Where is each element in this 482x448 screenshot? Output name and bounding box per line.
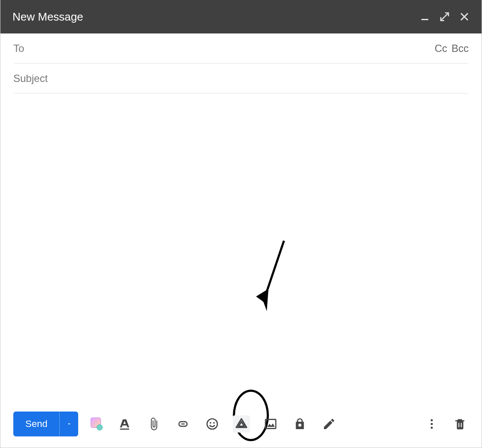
window-controls	[420, 12, 470, 22]
compose-message-window: New Message To Cc Bcc	[0, 0, 482, 448]
more-options-icon[interactable]	[423, 415, 440, 433]
expand-icon[interactable]	[439, 12, 450, 22]
svg-rect-0	[421, 19, 428, 20]
cc-bcc-toggle: Cc Bcc	[435, 42, 469, 54]
close-icon[interactable]	[459, 12, 470, 22]
svg-point-5	[210, 422, 212, 424]
toolbar-right	[423, 415, 469, 433]
insert-photo-icon[interactable]	[262, 415, 279, 433]
formatting-toolbar	[87, 415, 338, 433]
window-title: New Message	[12, 10, 83, 24]
to-label: To	[13, 42, 24, 54]
minimize-icon[interactable]	[420, 12, 430, 22]
compose-toolbar: Send	[0, 406, 482, 448]
to-input[interactable]	[29, 42, 434, 54]
svg-point-6	[214, 422, 215, 424]
svg-rect-12	[458, 423, 459, 427]
attach-file-icon[interactable]	[145, 415, 162, 433]
signature-icon[interactable]	[320, 415, 338, 433]
send-button-group: Send	[13, 412, 78, 436]
subject-input[interactable]	[13, 73, 469, 85]
drive-icon[interactable]	[233, 415, 250, 433]
svg-rect-13	[461, 423, 462, 427]
svg-point-4	[207, 419, 217, 429]
recipient-fields: To Cc Bcc	[0, 33, 482, 94]
subject-field-row	[13, 64, 469, 94]
svg-point-9	[431, 419, 433, 421]
svg-point-8	[299, 424, 301, 427]
addons-icon[interactable]	[87, 415, 104, 433]
cc-button[interactable]: Cc	[435, 42, 447, 54]
to-field-row: To Cc Bcc	[13, 33, 469, 64]
confidential-mode-icon[interactable]	[291, 415, 308, 433]
svg-point-10	[431, 423, 433, 425]
svg-rect-3	[120, 429, 129, 430]
message-body-input[interactable]	[13, 102, 469, 398]
message-body-area	[0, 94, 482, 406]
send-button[interactable]: Send	[13, 412, 59, 436]
text-format-icon[interactable]	[116, 415, 133, 433]
bcc-button[interactable]: Bcc	[451, 42, 469, 54]
emoji-icon[interactable]	[204, 415, 221, 433]
send-options-button[interactable]	[59, 412, 78, 436]
compose-header: New Message	[0, 0, 482, 33]
insert-link-icon[interactable]	[174, 415, 192, 433]
svg-rect-7	[265, 419, 276, 428]
svg-point-11	[431, 427, 433, 429]
discard-draft-icon[interactable]	[451, 415, 469, 433]
